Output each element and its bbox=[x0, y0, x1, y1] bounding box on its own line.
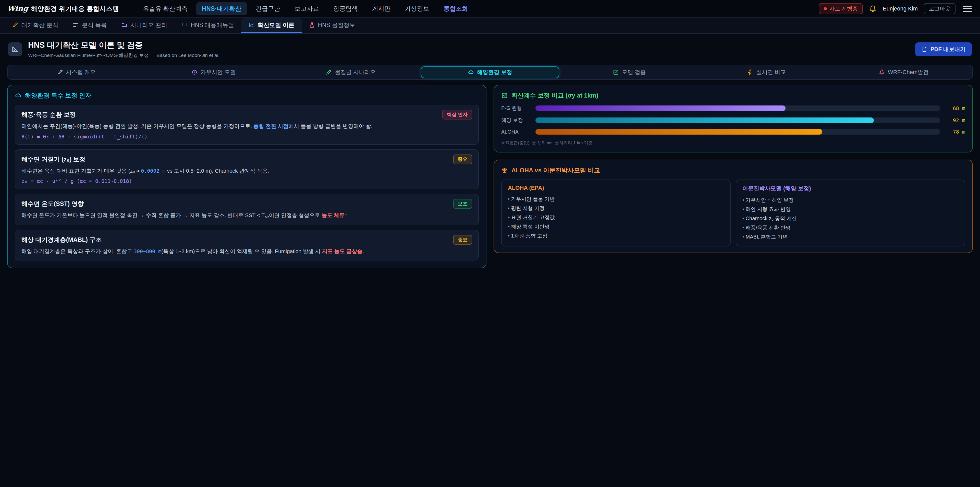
bar-label: ALOHA bbox=[501, 129, 531, 135]
folder-icon bbox=[121, 22, 127, 28]
card-formula: θ(t) = θ₀ + Δθ · sigmoid((t - t_shift)/τ… bbox=[21, 134, 472, 140]
card-description: 해안에서는 주간(해풍)·야간(육풍) 풍향 전환 발생. 기존 가우시안 모델… bbox=[21, 122, 472, 131]
list-item: 1차원 풍향 고정 bbox=[508, 231, 724, 240]
tab-analysis-list[interactable]: 분석 목록 bbox=[65, 18, 114, 33]
cloud-icon bbox=[468, 69, 474, 75]
section-label: 모델 검증 bbox=[622, 69, 646, 76]
top-navbar: Wing 해양환경 위기대응 통합시스템 유출유 확산예측 HNS·대기확산 긴… bbox=[0, 0, 980, 18]
bar-track bbox=[535, 118, 940, 123]
nav-item-aerial-search[interactable]: 항공탐색 bbox=[328, 2, 363, 15]
status-badge: 보조 bbox=[453, 199, 472, 209]
nav-item-oil-spill[interactable]: 유출유 확산예측 bbox=[137, 2, 193, 15]
card-description: 해수면 온도가 기온보다 높으면 열적 불안정 촉진 → 수직 혼합 증가 → … bbox=[21, 211, 472, 220]
check-square-icon bbox=[501, 92, 508, 99]
section-pillbar: 시스템 개요 가우시안 모델 물질별 시나리오 해양환경 보정 모델 검증 실시… bbox=[7, 65, 973, 80]
page-header: HNS 대기확산 모델 이론 및 검증 WRF-Chem·Gaussian Pl… bbox=[0, 34, 980, 63]
panel-title-chart: 확산계수 보정 비교 (σy at 1km) bbox=[501, 91, 965, 100]
card-mabl-structure: 해상 대기경계층(MABL) 구조 중요 해양 대기경계층은 육상과 구조가 상… bbox=[15, 230, 479, 261]
pencil-icon bbox=[12, 22, 18, 28]
card-surface-roughness: 해수면 거칠기 (z₀) 보정 중요 해수면은 육상 대비 표면 거칠기가 매우… bbox=[15, 149, 479, 190]
tab-label: HNS 대응매뉴얼 bbox=[191, 21, 234, 29]
tab-label: 시나리오 관리 bbox=[130, 21, 167, 29]
check-square-icon bbox=[613, 69, 619, 75]
bar-value: 68 m bbox=[945, 105, 965, 111]
section-system-overview[interactable]: 시스템 개요 bbox=[8, 65, 145, 79]
document-icon bbox=[921, 46, 928, 52]
section-marine-correction[interactable]: 해양환경 보정 bbox=[421, 66, 559, 78]
bar-fill bbox=[535, 118, 874, 123]
panel-title-text: ALOHA vs 이문진박사모델 비교 bbox=[511, 166, 600, 174]
list-item: 해양 특성 미반영 bbox=[508, 222, 724, 231]
cloud-icon bbox=[15, 92, 21, 99]
model-comparison-panel: ALOHA vs 이문진박사모델 비교 ALOHA (EPA) 가우시안 플룸 … bbox=[493, 160, 973, 253]
tab-hns-manual[interactable]: HNS 대응매뉴얼 bbox=[174, 18, 241, 33]
incident-dot-icon bbox=[824, 7, 827, 10]
chart-line-icon bbox=[248, 22, 255, 28]
bar-label: 해양 보정 bbox=[501, 117, 531, 124]
nav-item-reports[interactable]: 보고자료 bbox=[289, 2, 325, 15]
nav-item-weather[interactable]: 기상정보 bbox=[399, 2, 435, 15]
page-subtitle: WRF-Chem·Gaussian Plume/Puff·ROMS·해양환경 보… bbox=[28, 52, 220, 59]
section-label: 실시간 비교 bbox=[756, 69, 786, 76]
pdf-export-button[interactable]: PDF 내보내기 bbox=[915, 42, 972, 56]
bar-track bbox=[535, 105, 940, 111]
list-item: 해안 지형 효과 반영 bbox=[742, 204, 959, 214]
section-realtime-compare[interactable]: 실시간 비교 bbox=[698, 65, 835, 79]
nav-item-hns-dispersion[interactable]: HNS·대기확산 bbox=[196, 2, 247, 15]
marine-model-box-title: 이문진박사모델 (해양 보정) bbox=[742, 185, 959, 192]
card-sea-land-breeze: 해풍·육풍 순환 보정 핵심 인자 해안에서는 주간(해풍)·야간(육풍) 풍향… bbox=[15, 105, 479, 145]
bar-label: P-G 원형 bbox=[501, 105, 531, 112]
list-item: 가우시안 + 해양 보정 bbox=[742, 195, 959, 204]
card-title: 해상 대기경계층(MABL) 구조 bbox=[21, 236, 102, 244]
app-logo: Wing 해양환경 위기대응 통합시스템 bbox=[7, 4, 119, 13]
section-label: 해양환경 보정 bbox=[477, 69, 512, 76]
marine-correction-panel: 해양환경 특수 보정 인자 해풍·육풍 순환 보정 핵심 인자 해안에서는 주간… bbox=[7, 85, 487, 268]
card-title: 해풍·육풍 순환 보정 bbox=[21, 110, 76, 119]
section-label: 가우시안 모델 bbox=[200, 69, 236, 76]
status-badge: 핵심 인자 bbox=[442, 110, 472, 120]
card-title: 해수면 온도(SST) 영향 bbox=[21, 200, 84, 208]
bar-track bbox=[535, 129, 940, 134]
menu-icon[interactable] bbox=[962, 5, 973, 13]
tab-scenario-management[interactable]: 시나리오 관리 bbox=[114, 18, 174, 33]
logout-button[interactable]: 로그아웃 bbox=[924, 3, 956, 14]
pencil-icon bbox=[326, 69, 332, 75]
status-badge: 중요 bbox=[453, 155, 472, 164]
topbar-right: 사고 진행중 Eunjeong Kim 로그아웃 bbox=[819, 3, 973, 14]
right-column: 확산계수 보정 비교 (σy at 1km) P-G 원형 68 m 해양 보정… bbox=[493, 85, 973, 253]
section-label: 시스템 개요 bbox=[66, 69, 96, 76]
section-gaussian-model[interactable]: 가우시안 모델 bbox=[145, 65, 282, 79]
aloha-box-title: ALOHA (EPA) bbox=[508, 185, 724, 191]
incident-status-badge[interactable]: 사고 진행중 bbox=[819, 3, 863, 14]
monitor-icon bbox=[181, 22, 188, 28]
card-formula: z₀ = αc · u*² / g (αc ≈ 0.011~0.018) bbox=[21, 178, 472, 184]
nav-item-integrated-search[interactable]: 통합조회 bbox=[438, 2, 474, 15]
panel-title-comparison: ALOHA vs 이문진박사모델 비교 bbox=[501, 166, 965, 174]
panel-title-marine-factors: 해양환경 특수 보정 인자 bbox=[15, 91, 479, 100]
marine-model-feature-box: 이문진박사모델 (해양 보정) 가우시안 + 해양 보정 해안 지형 효과 반영… bbox=[736, 179, 965, 246]
section-model-validation[interactable]: 모델 검증 bbox=[561, 65, 698, 79]
section-substance-scenario[interactable]: 물질별 시나리오 bbox=[282, 65, 419, 79]
chart-footnote: ※ D등급(중립), 풍속 5 m/s, 풍하거리 1 km 기준 bbox=[501, 140, 965, 146]
tab-label: 분석 목록 bbox=[82, 21, 107, 29]
section-wrfchem-advance[interactable]: WRF-Chem발전 bbox=[835, 65, 972, 79]
card-description: 해수면은 육상 대비 표면 거칠기가 매우 낮음 (z₀ ≈ 0.0002 m … bbox=[21, 167, 472, 175]
nav-item-emergency-rescue[interactable]: 긴급구난 bbox=[250, 2, 286, 15]
nav-item-board[interactable]: 게시판 bbox=[366, 2, 396, 15]
section-label: 물질별 시나리오 bbox=[335, 69, 375, 76]
status-badge: 중요 bbox=[453, 235, 472, 245]
tab-label: 확산모델 이론 bbox=[258, 21, 294, 29]
dispersion-coefficient-chart-panel: 확산계수 보정 비교 (σy at 1km) P-G 원형 68 m 해양 보정… bbox=[493, 85, 973, 152]
panel-title-text: 해양환경 특수 보정 인자 bbox=[25, 91, 91, 100]
bar-fill bbox=[535, 105, 786, 111]
brand-title: 해양환경 위기대응 통합시스템 bbox=[31, 5, 119, 13]
bar-value: 78 m bbox=[945, 129, 965, 135]
tab-dispersion-analysis[interactable]: 대기확산 분석 bbox=[5, 18, 65, 33]
logo-text: Wing bbox=[7, 4, 28, 13]
pdf-export-label: PDF 내보내기 bbox=[931, 45, 966, 53]
card-sst-effect: 해수면 온도(SST) 영향 보조 해수면 온도가 기온보다 높으면 열적 불안… bbox=[15, 194, 479, 225]
tab-model-theory[interactable]: 확산모델 이론 bbox=[241, 18, 301, 33]
bell-icon[interactable] bbox=[869, 5, 877, 13]
tab-hns-substance-info[interactable]: HNS 물질정보 bbox=[302, 18, 363, 33]
sub-tabbar: 대기확산 분석 분석 목록 시나리오 관리 HNS 대응매뉴얼 확산모델 이론 … bbox=[0, 18, 980, 34]
